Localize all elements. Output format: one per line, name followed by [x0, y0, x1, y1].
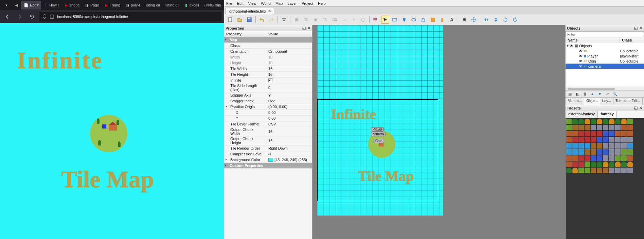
tileset-tile[interactable] [627, 149, 633, 155]
tileset-tile[interactable] [621, 119, 627, 124]
tileset-tile[interactable] [609, 137, 614, 142]
tree-row[interactable]: 👁⬮Player player-start [566, 53, 644, 58]
tileset-tile[interactable] [585, 143, 590, 149]
prop-row[interactable]: Output Chunk Height16 [224, 136, 312, 146]
tileset-tile[interactable] [609, 155, 614, 161]
prop-row[interactable]: Infinite✔ [224, 78, 312, 83]
panel-float-icon[interactable]: ◱ [634, 106, 638, 110]
tileset-tile[interactable] [572, 143, 578, 149]
save-icon[interactable] [245, 16, 253, 24]
expand-icon[interactable]: ⤢ [604, 91, 610, 97]
tileset-tile[interactable] [591, 155, 596, 161]
tileset-tile[interactable] [615, 168, 621, 173]
tileset-tile[interactable] [621, 149, 627, 155]
browser-tab[interactable]: ▶Triang [102, 1, 123, 10]
shape-fill-icon[interactable]: ◫ [321, 16, 329, 24]
redo-icon[interactable] [267, 16, 275, 24]
terrain-icon[interactable]: ▨ [302, 16, 310, 24]
prop-row[interactable]: Width10 [224, 54, 312, 60]
tab-objects[interactable]: Obje... [584, 98, 600, 105]
tileset-tile[interactable] [566, 161, 572, 167]
prop-row[interactable]: Tile Height16 [224, 72, 312, 78]
tileset-tile[interactable] [591, 137, 596, 142]
prop-row[interactable]: Tile Width16 [224, 66, 312, 72]
tileset-tile[interactable] [585, 155, 590, 161]
tab-layers[interactable]: Lay... [600, 98, 613, 105]
panel-close-icon[interactable]: ✕ [639, 26, 643, 30]
insert-rectangle-icon[interactable] [391, 16, 399, 24]
insert-template-icon[interactable] [438, 16, 446, 24]
menu-view[interactable]: View [248, 1, 256, 5]
tileset-tile[interactable] [615, 125, 621, 130]
tileset-tile[interactable] [591, 161, 596, 167]
select-objects-icon[interactable] [372, 16, 380, 24]
tileset-tile[interactable] [572, 161, 578, 167]
snap-icon[interactable]: ⊞ [460, 16, 468, 24]
menu-layer[interactable]: Layer [287, 1, 297, 5]
lasso-icon[interactable]: ◯ [359, 16, 367, 24]
tileset-tile[interactable] [572, 131, 578, 136]
tileset-tile[interactable] [591, 125, 596, 130]
tileset-tile[interactable] [578, 131, 584, 136]
tileset-tile[interactable] [591, 131, 596, 136]
tileset-tile[interactable] [566, 125, 572, 130]
insert-ellipse-icon[interactable] [410, 16, 418, 24]
eye-icon[interactable]: 👁 [579, 49, 583, 53]
prop-row[interactable]: Tile Side Length (Hex)0 [224, 83, 312, 92]
tileset-tile[interactable] [609, 168, 614, 173]
col-property[interactable]: Property [224, 31, 266, 37]
browser-tab[interactable]: listing dir [162, 1, 181, 10]
tileset-tile[interactable] [597, 149, 602, 155]
tileset-tile[interactable] [578, 168, 584, 173]
tileset-tile[interactable] [572, 168, 578, 173]
tileset-tile[interactable] [597, 119, 602, 124]
panel-float-icon[interactable]: ◱ [634, 26, 638, 30]
prop-row[interactable]: ▸Background Color[45, 246, 249] (255) [224, 157, 312, 163]
tileset-tile[interactable] [615, 143, 621, 149]
tileset-tile[interactable] [566, 155, 572, 161]
tileset-tile[interactable] [627, 143, 633, 149]
tileset-tile[interactable] [609, 119, 614, 124]
locate-icon[interactable]: 🔍 [612, 91, 618, 97]
tileset-tile[interactable] [585, 149, 590, 155]
fill-icon[interactable]: ▣ [311, 16, 320, 24]
tileset-tile[interactable] [585, 125, 590, 130]
prop-row[interactable]: Height10 [224, 60, 312, 66]
menu-world[interactable]: World [261, 1, 271, 5]
tileset-tile[interactable] [615, 149, 621, 155]
h-scrollbar[interactable] [566, 87, 644, 90]
browser-tab[interactable]: ◑poly-t [123, 1, 143, 10]
tileset-tile[interactable] [591, 119, 596, 124]
tileset-tile[interactable] [621, 137, 627, 142]
url-bar[interactable]: localhost:8080/example/orthogonal-infini… [39, 12, 221, 21]
tileset-tile[interactable] [572, 137, 578, 142]
panel-close-icon[interactable]: ✕ [307, 26, 311, 30]
tileset-tile[interactable] [609, 149, 614, 155]
tileset-tile[interactable] [585, 168, 590, 173]
tileset-view[interactable] [566, 118, 644, 239]
tileset-tile[interactable] [627, 155, 633, 161]
prop-row[interactable]: OrientationOrthogonal [224, 49, 312, 54]
prop-row[interactable]: Output Chunk Width16 [224, 127, 312, 136]
menu-help[interactable]: Help [318, 1, 326, 5]
tileset-tile[interactable] [591, 143, 596, 149]
prop-row[interactable]: ▾Parallax Origin(0.00, 0.00) [224, 104, 312, 110]
insert-polygon-icon[interactable] [419, 16, 427, 24]
undo-icon[interactable] [258, 16, 266, 24]
prop-row[interactable]: Stagger AxisY [224, 92, 312, 98]
browser-tab[interactable]: ◑Page [82, 1, 102, 10]
tileset-tile[interactable] [597, 161, 602, 167]
browser-tab[interactable]: THow t [41, 1, 61, 10]
tileset-tile[interactable] [621, 131, 627, 136]
objects-filter-input[interactable] [566, 31, 644, 37]
tileset-tile[interactable] [609, 161, 614, 167]
tileset-tile[interactable] [603, 161, 608, 167]
tab-menu-button[interactable]: ▾ [1, 1, 11, 10]
tree-row[interactable]: 👁▭camera [566, 64, 644, 69]
insert-tile-icon[interactable] [429, 16, 437, 24]
eye-icon[interactable]: 👁 [579, 59, 583, 63]
tileset-tile[interactable] [572, 155, 578, 161]
close-icon[interactable]: ✕ [268, 9, 271, 13]
tileset-tile[interactable] [597, 143, 602, 149]
flip-h-icon[interactable] [482, 16, 490, 24]
